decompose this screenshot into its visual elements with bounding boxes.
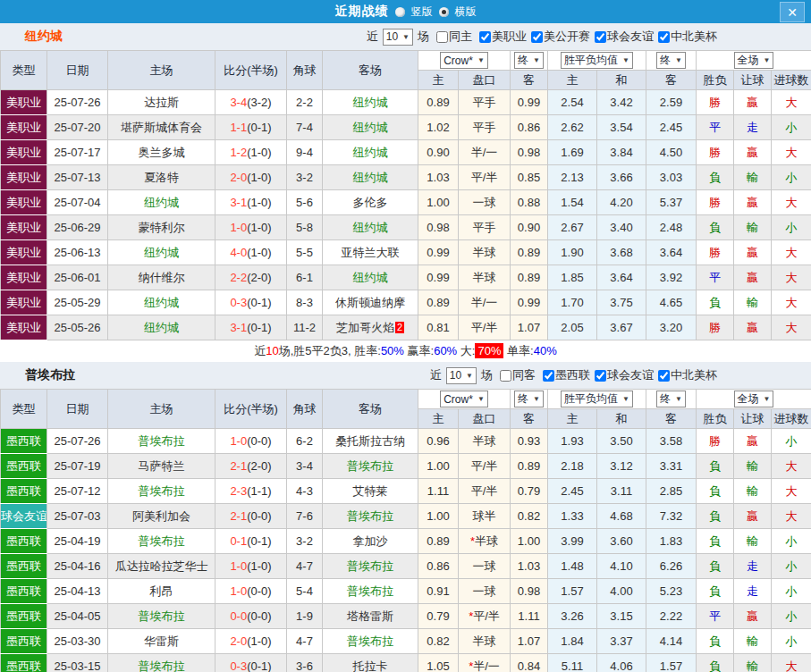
horizontal-layout-label[interactable]: 横版 (455, 4, 477, 20)
halftime-score: (1-1) (247, 484, 271, 498)
avg-final-select[interactable]: 终 (656, 52, 686, 69)
team-name: 普埃布拉 (25, 367, 75, 383)
league-checkbox[interactable] (658, 370, 670, 382)
league-filter[interactable]: 墨西联 (538, 367, 590, 383)
match-row: 墨西联25-07-19马萨特兰2-1(2-0)3-4普埃布拉1.00平/半0.8… (1, 454, 811, 479)
away-odds-cell: 0.85 (511, 165, 548, 190)
home-odds-cell: 0.79 (418, 604, 459, 629)
avg-select[interactable]: 胜平负均值 (561, 52, 633, 69)
home-team-cell: 瓜达拉哈拉芝华士 (108, 554, 215, 579)
result-handicap-cell: 輸 (734, 629, 772, 654)
home-odds-cell: 0.82 (418, 629, 459, 654)
league-filter[interactable]: 美公开赛 (527, 29, 590, 45)
league-filter[interactable]: 中北美杯 (654, 29, 717, 45)
avg-away-cell: 3.64 (646, 240, 697, 265)
league-checkbox[interactable] (531, 31, 543, 43)
match-row: 美职业25-07-04纽约城3-1(1-0)5-6多伦多1.00一球0.881.… (1, 190, 811, 215)
odds-company-select[interactable]: Crow* (440, 52, 488, 69)
league-type-cell: 墨西联 (1, 554, 47, 579)
league-filter[interactable]: 球会友谊 (590, 367, 654, 383)
avg-final-select[interactable]: 终 (656, 391, 686, 407)
score-cell: 1-0(1-0) (215, 215, 287, 240)
match-count-select[interactable]: 10 (383, 29, 413, 46)
close-button[interactable]: ✕ (780, 2, 805, 22)
result-handicap-cell: 輸 (734, 454, 772, 479)
fulltime-select[interactable]: 全场 (734, 52, 774, 69)
avg-away-cell: 3.31 (646, 454, 697, 479)
away-team-cell: 纽约城 (323, 265, 418, 290)
fulltime-cell: 全场 (697, 390, 811, 409)
away-team-cell: 纽约城 (323, 165, 418, 190)
league-checkbox[interactable] (543, 370, 554, 382)
col-home: 主场 (108, 51, 215, 90)
avg-draw-cell: 3.67 (597, 315, 646, 340)
vertical-layout-label[interactable]: 竖版 (411, 4, 433, 20)
score-cell: 0-1(0-1) (215, 529, 287, 554)
same-venue-filter[interactable]: 同客 (495, 367, 536, 383)
halftime-score: (0-0) (247, 584, 271, 598)
away-team-name: 普埃布拉 (347, 634, 393, 648)
away-team-cell: 纽约城 (323, 140, 418, 165)
result-handicap-cell: 輸 (734, 215, 772, 240)
corner-cell: 7-6 (287, 504, 323, 529)
away-team-name: 亚特兰大联 (342, 246, 400, 259)
avg-away-cell: 3.92 (646, 265, 697, 290)
league-filter[interactable]: 球会友谊 (590, 29, 654, 45)
odds-final-select[interactable]: 终 (514, 52, 544, 69)
match-row: 墨西联25-03-30华雷斯2-0(1-0)4-7普埃布拉0.82半球1.071… (1, 629, 811, 654)
match-count-select[interactable]: 10 (446, 367, 477, 384)
away-team-name: 托拉卡 (353, 659, 388, 672)
league-type-cell: 球会友谊 (1, 504, 47, 529)
league-checkbox[interactable] (595, 31, 606, 43)
titlebar: 近期战绩 竖版 横版 ✕ (0, 0, 811, 23)
away-odds-cell: 0.88 (511, 190, 548, 215)
away-odds-cell: 0.89 (511, 240, 548, 265)
away-team-name: 纽约城 (353, 146, 388, 159)
league-checkbox[interactable] (479, 31, 491, 43)
date-cell: 25-03-15 (47, 654, 108, 672)
away-team-name: 普埃布拉 (347, 509, 393, 523)
corner-cell: 3-6 (287, 654, 323, 672)
home-odds-cell: 0.89 (418, 529, 459, 554)
odds-company-select[interactable]: Crow* (440, 391, 488, 407)
away-team-name: 拿加沙 (353, 534, 388, 548)
result-wdl-cell: 平 (697, 115, 734, 140)
corner-cell: 5-6 (287, 190, 323, 215)
halftime-score: (2-0) (247, 271, 271, 284)
fulltime-select[interactable]: 全场 (734, 391, 774, 407)
fulltime-score: 1-0 (230, 434, 247, 448)
horizontal-layout-radio[interactable] (439, 7, 449, 17)
avg-select[interactable]: 胜平负均值 (561, 391, 633, 407)
home-odds-cell: 0.96 (418, 429, 459, 454)
halftime-score: (1-0) (247, 634, 271, 648)
same-venue-checkbox[interactable] (500, 370, 511, 382)
result-wdl-cell: 勝 (697, 90, 734, 115)
same-venue-checkbox[interactable] (436, 31, 448, 43)
team-section-header-1: 纽约城 近 10 场 同主 美职业美公开赛球会友谊中北美杯 (0, 23, 811, 50)
home-team-cell: 纽约城 (108, 190, 215, 215)
odds-final-select[interactable]: 终 (514, 391, 544, 407)
league-checkbox[interactable] (658, 31, 670, 43)
avg-draw-cell: 3.15 (597, 604, 646, 629)
league-checkbox[interactable] (595, 370, 606, 382)
sub-handicap-result: 让球 (734, 71, 772, 90)
away-odds-cell: 0.93 (511, 429, 548, 454)
same-venue-filter[interactable]: 同主 (432, 29, 472, 45)
home-team-name: 夏洛特 (144, 171, 179, 184)
match-row: 墨西联25-04-19普埃布拉0-1(0-1)3-2拿加沙0.89*半球1.00… (1, 529, 811, 554)
vertical-layout-radio[interactable] (395, 7, 405, 17)
result-wdl-cell: 負 (697, 529, 734, 554)
match-row: 墨西联25-04-16瓜达拉哈拉芝华士1-0(1-0)4-7普埃布拉0.86一球… (1, 554, 811, 579)
halftime-score: (2-0) (247, 459, 271, 473)
home-team-cell: 阿美利加会 (108, 504, 215, 529)
score-cell: 2-3(1-1) (215, 479, 287, 504)
home-team-name: 利昂 (150, 584, 173, 598)
avg-home-cell: 3.26 (548, 604, 597, 629)
away-odds-cell: 0.79 (511, 479, 548, 504)
home-team-cell: 蒙特利尔 (108, 215, 215, 240)
league-filter[interactable]: 美职业 (475, 29, 527, 45)
handicap-star: * (470, 534, 475, 548)
league-filter[interactable]: 中北美杯 (654, 367, 717, 383)
result-wdl-cell: 平 (697, 265, 734, 290)
league-filter-group: 墨西联球会友谊中北美杯 (538, 367, 717, 383)
